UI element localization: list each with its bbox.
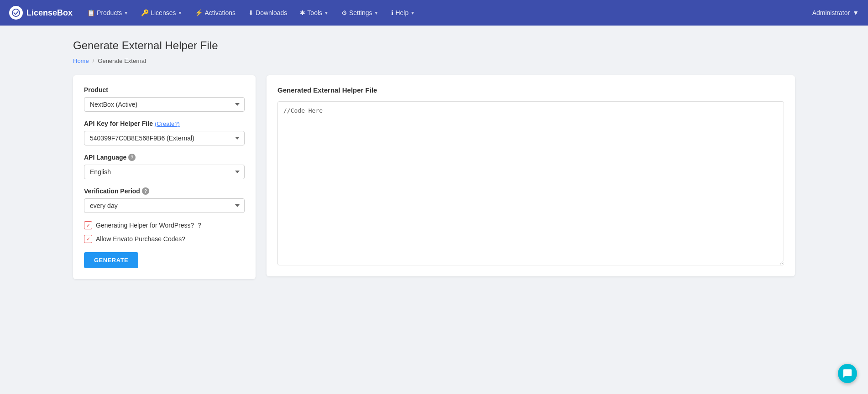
breadcrumb-separator: /	[93, 57, 94, 64]
page-title: Generate External Helper File	[73, 39, 795, 52]
products-icon: 📋	[87, 9, 95, 16]
tools-caret: ▼	[324, 10, 329, 16]
brand-logo[interactable]: LicenseBox	[9, 6, 73, 20]
checkbox-envato[interactable]: ✓ Allow Envato Purchase Codes?	[84, 235, 245, 243]
checkbox-wordpress-box: ✓	[84, 221, 92, 229]
cards-row: Product NextBox (Active) API Key for Hel…	[73, 75, 795, 279]
page-content: Generate External Helper File Home / Gen…	[0, 26, 868, 293]
user-label: Administrator	[812, 9, 850, 16]
brand-icon	[9, 6, 23, 20]
api-language-help-icon[interactable]: ?	[128, 154, 136, 161]
right-card: Generated External Helper File //Code He…	[267, 75, 795, 276]
nav-item-help[interactable]: ℹ Help ▼	[386, 5, 420, 20]
nav-item-downloads[interactable]: ⬇ Downloads	[243, 5, 293, 20]
checkbox-wordpress[interactable]: ✓ Generating Helper for WordPress? ?	[84, 221, 245, 229]
settings-caret: ▼	[374, 10, 379, 16]
verification-period-help-icon[interactable]: ?	[142, 187, 149, 195]
help-caret: ▼	[410, 10, 415, 16]
help-icon: ℹ	[391, 9, 393, 16]
checkbox-envato-label: Allow Envato Purchase Codes?	[96, 235, 185, 243]
nav-item-licenses[interactable]: 🔑 Licenses ▼	[136, 5, 188, 20]
settings-icon: ⚙	[341, 9, 347, 16]
checkbox-group: ✓ Generating Helper for WordPress? ? ✓ A…	[84, 221, 245, 243]
checkbox-wordpress-label: Generating Helper for WordPress?	[96, 222, 194, 229]
verification-period-label: Verification Period ?	[84, 187, 245, 195]
user-menu[interactable]: Administrator ▼	[812, 9, 859, 16]
checkbox-envato-box: ✓	[84, 235, 92, 243]
api-key-create-link[interactable]: (Create?)	[155, 120, 180, 127]
right-card-title: Generated External Helper File	[277, 86, 784, 94]
licenses-icon: 🔑	[141, 9, 149, 16]
verification-period-group: Verification Period ? every day every we…	[84, 187, 245, 213]
api-key-select[interactable]: 540399F7C0B8E568F9B6 (External)	[84, 131, 245, 145]
nav-item-settings[interactable]: ⚙ Settings ▼	[336, 5, 384, 20]
breadcrumb: Home / Generate External	[73, 57, 795, 64]
tools-icon: ✱	[300, 9, 305, 16]
breadcrumb-current: Generate External	[98, 57, 146, 64]
checkbox-wordpress-help-icon[interactable]: ?	[198, 222, 201, 229]
product-group: Product NextBox (Active)	[84, 86, 245, 112]
svg-point-0	[12, 9, 20, 16]
code-output[interactable]: //Code Here	[277, 101, 784, 265]
brand-name: LicenseBox	[26, 8, 73, 18]
downloads-icon: ⬇	[248, 9, 254, 16]
user-caret: ▼	[852, 9, 859, 16]
api-language-group: API Language ? English PHP JavaScript	[84, 154, 245, 179]
activations-icon: ⚡	[195, 9, 203, 16]
api-language-label: API Language ?	[84, 154, 245, 161]
nav-item-products[interactable]: 📋 Products ▼	[82, 5, 134, 20]
api-key-label: API Key for Helper File (Create?)	[84, 120, 245, 127]
product-label: Product	[84, 86, 245, 93]
navbar: LicenseBox 📋 Products ▼ 🔑 Licenses ▼ ⚡ A…	[0, 0, 868, 26]
left-card: Product NextBox (Active) API Key for Hel…	[73, 75, 256, 279]
nav-item-tools[interactable]: ✱ Tools ▼	[294, 5, 334, 20]
generate-button[interactable]: GENERATE	[84, 252, 138, 268]
products-caret: ▼	[124, 10, 128, 16]
nav-items: 📋 Products ▼ 🔑 Licenses ▼ ⚡ Activations …	[82, 5, 812, 20]
nav-item-activations[interactable]: ⚡ Activations	[189, 5, 241, 20]
verification-period-select[interactable]: every day every week every month	[84, 198, 245, 213]
product-select[interactable]: NextBox (Active)	[84, 97, 245, 112]
api-key-group: API Key for Helper File (Create?) 540399…	[84, 120, 245, 145]
breadcrumb-home[interactable]: Home	[73, 57, 89, 64]
api-language-select[interactable]: English PHP JavaScript	[84, 165, 245, 179]
licenses-caret: ▼	[178, 10, 182, 16]
